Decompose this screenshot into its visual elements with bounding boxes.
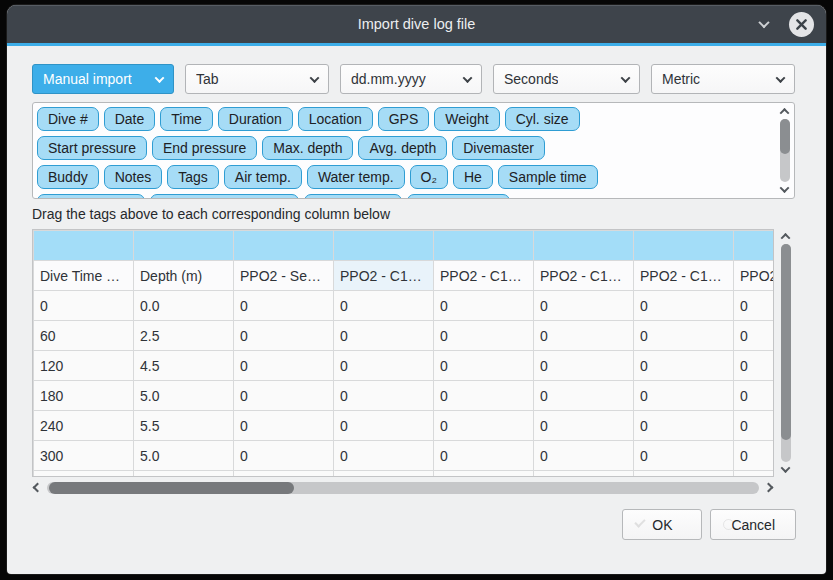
table-cell: 0 [334,441,434,471]
column-drop-target[interactable] [234,231,334,261]
scrollbar-thumb[interactable] [49,482,294,494]
dialog-buttons: OK Cancel [32,509,801,540]
table-cell: 0 [634,321,734,351]
tag-sample-temperature[interactable]: Sample temperature [150,194,299,199]
tag-max-depth[interactable]: Max. depth [262,136,353,160]
titlebar[interactable]: Import dive log file [7,5,826,43]
column-header[interactable]: PPO2 - C1… [734,261,775,291]
tag-water-temp[interactable]: Water temp. [307,165,405,189]
table-cell: 0 [534,411,634,441]
table-vertical-scrollbar[interactable] [778,229,793,477]
tag-pool-scrollbar[interactable] [777,105,792,196]
tag-he[interactable]: He [453,165,493,189]
close-window-button[interactable] [789,12,814,37]
tag-divemaster[interactable]: Divemaster [452,136,545,160]
chevron-down-icon [621,73,631,83]
table-cell: 0 [634,441,734,471]
column-drop-target[interactable] [334,231,434,261]
tag-notes[interactable]: Notes [104,165,163,189]
instruction-text: Drag the tags above to each correspondin… [32,206,801,222]
tag-time[interactable]: Time [160,107,213,131]
column-drop-target[interactable] [634,231,734,261]
tag-row: Sample depthSample temperatureSample pO₂… [37,194,772,199]
table-cell: 240 [34,411,134,441]
table-cell: 0 [634,381,734,411]
column-header[interactable]: Dive Time … [34,261,134,291]
column-header[interactable]: Depth (m) [134,261,234,291]
table-cell: 0 [434,411,534,441]
table-cell [234,471,334,478]
column-header[interactable]: PPO2 - C1… [434,261,534,291]
table-cell: 0 [734,291,775,321]
time-format-select[interactable]: Seconds [493,64,640,94]
tag-air-temp[interactable]: Air temp. [224,165,302,189]
tag-cyl-size[interactable]: Cyl. size [505,107,580,131]
scrollbar-track[interactable] [47,482,759,494]
column-header[interactable]: PPO2 - C1… [334,261,434,291]
scrollbar-track[interactable] [780,119,790,182]
ok-button[interactable]: OK [622,509,702,540]
column-drop-target[interactable] [434,231,534,261]
import-mode-select[interactable]: Manual import [32,64,174,94]
tag-dive[interactable]: Dive # [37,107,99,131]
table-cell: 0 [534,291,634,321]
cancel-button[interactable]: Cancel [710,509,796,540]
column-drop-target[interactable] [134,231,234,261]
field-separator-select[interactable]: Tab [185,64,329,94]
tag-tags[interactable]: Tags [167,165,219,189]
table-cell [734,471,775,478]
tag-start-pressure[interactable]: Start pressure [37,136,147,160]
column-drop-target[interactable] [534,231,634,261]
tag-duration[interactable]: Duration [218,107,293,131]
chevron-down-icon [776,73,786,83]
units-select[interactable]: Metric [651,64,795,94]
scroll-up-icon [780,108,790,118]
column-header[interactable]: PPO2 - C1… [534,261,634,291]
scroll-left-icon [33,483,43,493]
column-header[interactable]: PPO2 - C1… [634,261,734,291]
scroll-down-icon [780,183,790,193]
table-horizontal-scrollbar[interactable] [32,480,774,495]
column-mapping-table: Dive Time …Depth (m)PPO2 - Se…PPO2 - C1…… [32,229,795,495]
table-cell: 0 [734,441,775,471]
tag-location[interactable]: Location [298,107,373,131]
tag-sample-time[interactable]: Sample time [498,165,598,189]
tag-buddy[interactable]: Buddy [37,165,99,189]
tag-avg-depth[interactable]: Avg. depth [358,136,447,160]
table-cell: 0 [534,381,634,411]
table-row: 1204.5000000 [34,351,775,381]
tag-gps[interactable]: GPS [378,107,430,131]
tag-weight[interactable]: Weight [434,107,499,131]
table-cell: 0 [534,441,634,471]
scrollbar-track[interactable] [781,244,791,462]
table-cell [34,471,134,478]
table-cell: 0 [534,351,634,381]
scrollbar-thumb[interactable] [781,244,791,440]
column-header[interactable]: PPO2 - Se… [234,261,334,291]
table-cell: 0 [334,291,434,321]
tag-sample-po[interactable]: Sample pO₂ [304,194,401,199]
scrollbar-thumb[interactable] [780,119,790,154]
date-format-select[interactable]: dd.mm.yyyy [340,64,482,94]
tag-o[interactable]: O₂ [410,165,448,189]
table-cell [334,471,434,478]
column-drop-target[interactable] [34,231,134,261]
tag-sample-depth[interactable]: Sample depth [37,194,145,199]
column-drop-target[interactable] [734,231,775,261]
tag-sample-cns[interactable]: Sample CNS [407,194,510,199]
table-row: 602.5000000 [34,321,775,351]
table-cell: 0 [234,351,334,381]
tag-row: Dive #DateTimeDurationLocationGPSWeightC… [37,107,772,136]
table-cell [434,471,534,478]
check-icon [635,516,646,527]
tag-date[interactable]: Date [104,107,156,131]
table-cell [634,471,734,478]
table-cell: 0 [234,321,334,351]
table-cell [134,471,234,478]
shade-window-button[interactable] [753,13,775,35]
chevron-down-icon [155,73,165,83]
tag-pool: Dive #DateTimeDurationLocationGPSWeightC… [32,102,795,199]
table-cell: 120 [34,351,134,381]
tag-end-pressure[interactable]: End pressure [152,136,257,160]
table-cell: 0 [434,291,534,321]
